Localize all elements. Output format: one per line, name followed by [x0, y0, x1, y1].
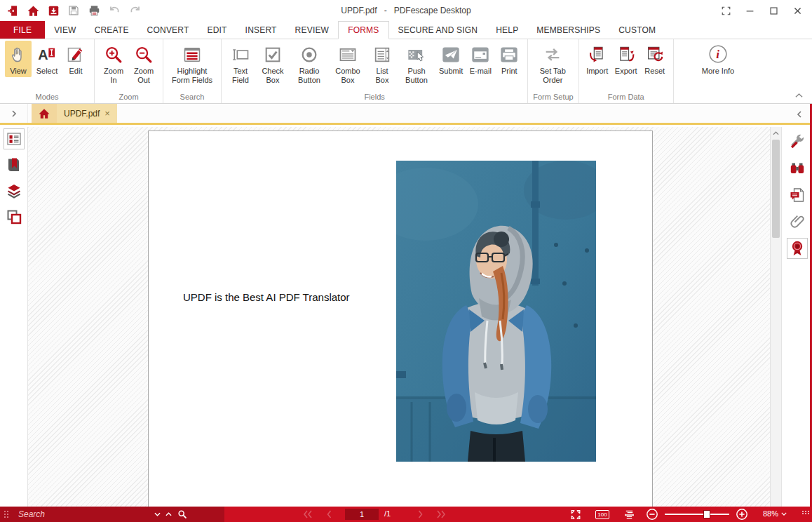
export-button[interactable]: Export	[613, 41, 640, 77]
scroll-up-icon[interactable]	[771, 128, 781, 138]
zoom-in-status-icon[interactable]	[733, 507, 750, 522]
home-icon[interactable]	[26, 4, 40, 18]
search-magnifier-icon[interactable]	[177, 509, 188, 520]
more-info-button[interactable]: i More Info	[700, 41, 736, 77]
zoom-slider-track[interactable]	[665, 514, 729, 515]
tab-create[interactable]: CREATE	[86, 21, 138, 39]
fullscreen-icon[interactable]	[714, 1, 738, 20]
actual-size-icon[interactable]: 100	[593, 507, 611, 522]
group-label-modes: Modes	[5, 91, 89, 103]
document-canvas[interactable]: UPDF is the Best AI PDF Translator	[28, 127, 770, 507]
highlight-form-fields-button[interactable]: Highlight Form Fields	[168, 41, 216, 86]
document-tab[interactable]: UPDF.pdf ×	[57, 104, 117, 123]
resize-grip-icon[interactable]	[802, 511, 810, 514]
radio-button-label: Radio Button	[293, 67, 325, 84]
radio-button-button[interactable]: Radio Button	[291, 41, 327, 86]
sidebar-expander-icon[interactable]	[0, 104, 28, 123]
submit-plane-icon	[440, 43, 462, 67]
layers-panel-icon[interactable]	[4, 180, 25, 201]
pencil-icon	[65, 43, 87, 67]
save-icon[interactable]	[67, 4, 81, 18]
comments-panel-icon[interactable]	[787, 185, 808, 206]
tab-edit[interactable]: EDIT	[198, 21, 236, 39]
export-icon	[615, 43, 637, 67]
zoom-chevron-icon	[781, 512, 787, 516]
push-button-button[interactable]: Push Button	[398, 41, 435, 86]
first-page-button[interactable]	[300, 507, 316, 522]
scrollbar-thumb[interactable]	[772, 140, 780, 238]
page-body-text: UPDF is the Best AI PDF Translator	[183, 291, 350, 303]
zoom-slider-thumb[interactable]	[703, 510, 710, 518]
tab-insert[interactable]: INSERT	[236, 21, 286, 39]
exit-icon[interactable]	[6, 4, 20, 18]
maximize-icon[interactable]	[762, 1, 785, 20]
email-button[interactable]: E-mail	[467, 41, 494, 77]
search-input[interactable]	[18, 509, 151, 519]
import-button[interactable]: Import	[584, 41, 611, 77]
tab-secure-and-sign[interactable]: SECURE AND SIGN	[389, 21, 487, 39]
next-page-button[interactable]	[412, 507, 428, 522]
info-icon: i	[707, 43, 729, 67]
bookmarks-panel-icon[interactable]	[4, 154, 25, 175]
toolbar-grip-icon[interactable]	[0, 511, 8, 518]
zoom-level-dropdown[interactable]: 88%	[763, 509, 787, 518]
group-label-search: Search	[168, 91, 216, 103]
check-box-button[interactable]: Check Box	[257, 41, 289, 86]
combo-box-icon	[337, 43, 359, 67]
minimize-icon[interactable]	[738, 1, 762, 20]
reset-button[interactable]: Reset	[642, 41, 668, 77]
fit-width-icon[interactable]	[620, 507, 638, 522]
title-bar: UPDF.pdf - PDFescape Desktop	[0, 0, 812, 21]
view-mode-button[interactable]: View	[5, 41, 32, 77]
print-label: Print	[501, 67, 517, 76]
document-tab-close-icon[interactable]: ×	[104, 109, 110, 118]
radio-button-icon	[298, 43, 320, 67]
reset-label: Reset	[644, 67, 665, 76]
properties-wrench-icon[interactable]	[787, 131, 808, 152]
attachments-paperclip-icon[interactable]	[787, 211, 808, 232]
tab-memberships[interactable]: MEMBERSHIPS	[527, 21, 609, 39]
search-binoculars-icon[interactable]	[787, 158, 808, 179]
tab-review[interactable]: REVIEW	[286, 21, 339, 39]
tab-file[interactable]: FILE	[0, 21, 45, 39]
tab-view[interactable]: VIEW	[45, 21, 85, 39]
print-icon	[498, 43, 520, 67]
pages-panel-icon[interactable]	[4, 206, 25, 227]
tab-custom[interactable]: CUSTOM	[609, 21, 665, 39]
page-number-input[interactable]: 1	[345, 509, 379, 520]
search-next-chevron-icon[interactable]	[163, 509, 174, 520]
zoom-out-button[interactable]: Zoom Out	[130, 41, 158, 86]
print-quick-icon[interactable]	[87, 4, 101, 18]
save-download-icon[interactable]	[46, 4, 60, 18]
import-icon	[586, 43, 609, 67]
signatures-rosette-icon[interactable]	[787, 238, 808, 259]
edit-mode-button[interactable]: Edit	[62, 41, 89, 77]
zoom-out-status-icon[interactable]	[644, 507, 661, 522]
submit-label: Submit	[439, 67, 463, 76]
text-field-button[interactable]: Text Field	[226, 41, 255, 86]
home-tab[interactable]	[32, 104, 57, 123]
tab-convert[interactable]: CONVERT	[138, 21, 198, 39]
thumbnails-panel-icon[interactable]	[4, 128, 25, 149]
tab-help[interactable]: HELP	[487, 21, 527, 39]
last-page-button[interactable]	[433, 507, 449, 522]
fit-page-icon[interactable]	[567, 507, 585, 522]
set-tab-order-button[interactable]: Set Tab Order	[533, 41, 572, 86]
right-panel-collapse-icon[interactable]	[797, 108, 802, 121]
search-prev-chevron-icon[interactable]	[151, 509, 163, 520]
submit-button[interactable]: Submit	[437, 41, 465, 77]
text-field-label: Text Field	[229, 67, 252, 84]
tab-forms[interactable]: FORMS	[338, 21, 388, 39]
select-mode-button[interactable]: A Select	[34, 41, 60, 77]
vertical-scrollbar[interactable]	[770, 127, 781, 507]
undo-icon[interactable]	[107, 4, 121, 18]
list-box-button[interactable]: List Box	[368, 41, 396, 86]
collapse-ribbon-icon[interactable]	[792, 91, 805, 100]
svg-text:A: A	[38, 47, 48, 62]
print-button[interactable]: Print	[496, 41, 522, 77]
combo-box-button[interactable]: Combo Box	[330, 41, 366, 86]
close-icon[interactable]	[785, 1, 809, 20]
redo-icon[interactable]	[128, 4, 142, 18]
zoom-in-button[interactable]: Zoom In	[100, 41, 128, 86]
previous-page-button[interactable]	[321, 507, 337, 522]
